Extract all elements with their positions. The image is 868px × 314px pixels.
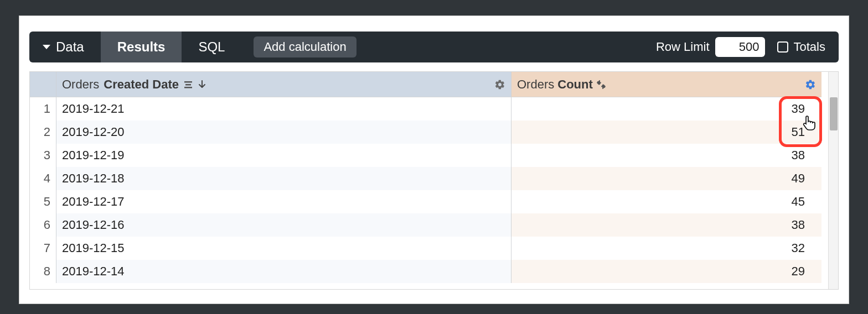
add-calculation-button[interactable]: Add calculation (254, 36, 356, 57)
cell-created-date[interactable]: 2019-12-16 (56, 213, 512, 237)
totals-checkbox[interactable] (777, 41, 788, 53)
cell-created-date[interactable]: 2019-12-18 (56, 167, 512, 190)
cell-count[interactable]: 39 (512, 97, 822, 121)
row-number: 6 (30, 213, 56, 237)
row-limit-label: Row Limit (656, 40, 710, 54)
cell-created-date[interactable]: 2019-12-17 (56, 190, 512, 213)
row-number: 1 (30, 97, 56, 121)
cell-count[interactable]: 49 (512, 167, 822, 190)
scrollbar-thumb[interactable] (830, 97, 838, 130)
results-table: Orders Created Date Orders Count (29, 71, 839, 290)
header-measure-count[interactable]: Orders Count (512, 72, 822, 97)
header-dim-field: Created Date (104, 77, 179, 92)
svg-rect-0 (184, 81, 192, 83)
add-calculation-label: Add calculation (264, 40, 346, 54)
tab-results[interactable]: Results (101, 32, 182, 62)
tab-data-label: Data (56, 39, 84, 55)
cell-count[interactable]: 29 (512, 260, 822, 283)
vertical-scrollbar[interactable] (828, 72, 838, 289)
drill-icon (596, 80, 606, 90)
data-bar: Data Results SQL Add calculation Row Lim… (29, 32, 839, 62)
gear-icon[interactable] (805, 79, 816, 90)
sort-desc-icon (198, 80, 206, 90)
cell-created-date[interactable]: 2019-12-14 (56, 260, 512, 283)
cell-count[interactable]: 32 (512, 237, 822, 260)
header-mea-field: Count (557, 77, 593, 92)
row-number: 3 (30, 144, 56, 167)
header-dim-prefix: Orders (62, 77, 99, 92)
row-number: 2 (30, 121, 56, 144)
tab-sql[interactable]: SQL (182, 32, 241, 62)
tab-data[interactable]: Data (29, 32, 101, 62)
row-number: 7 (30, 237, 56, 260)
header-mea-prefix: Orders (517, 77, 554, 92)
cell-created-date[interactable]: 2019-12-19 (56, 144, 512, 167)
cell-created-date[interactable]: 2019-12-21 (56, 97, 512, 121)
totals-group: Totals (765, 32, 839, 62)
cell-created-date[interactable]: 2019-12-15 (56, 237, 512, 260)
svg-rect-2 (184, 87, 192, 88)
cell-count[interactable]: 51 (512, 121, 822, 144)
header-rownum (30, 72, 56, 97)
header-dimension-created-date[interactable]: Orders Created Date (56, 72, 512, 97)
caret-down-icon (43, 45, 50, 49)
svg-rect-1 (185, 84, 191, 86)
explore-panel: Data Results SQL Add calculation Row Lim… (19, 15, 849, 304)
cell-count[interactable]: 38 (512, 144, 822, 167)
cell-count[interactable]: 45 (512, 190, 822, 213)
cell-count[interactable]: 38 (512, 213, 822, 237)
row-limit-input[interactable] (715, 37, 765, 57)
cell-created-date[interactable]: 2019-12-20 (56, 121, 512, 144)
gear-icon[interactable] (494, 79, 505, 90)
tab-results-label: Results (117, 39, 166, 55)
row-limit-group: Row Limit (656, 32, 765, 62)
pivot-icon (183, 80, 193, 90)
row-number: 4 (30, 167, 56, 190)
totals-label: Totals (794, 40, 825, 54)
tab-sql-label: SQL (198, 39, 225, 55)
row-number: 5 (30, 190, 56, 213)
row-number: 8 (30, 260, 56, 283)
